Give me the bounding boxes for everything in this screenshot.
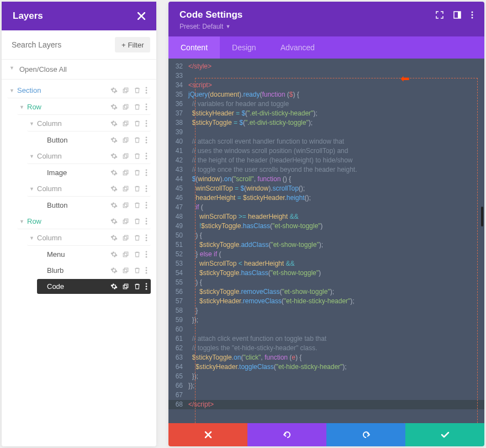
- duplicate-icon[interactable]: [121, 87, 130, 94]
- code-line[interactable]: 57 $stickyHeader.removeClass("et-hide-st…: [168, 297, 484, 306]
- trash-icon[interactable]: [133, 136, 142, 144]
- duplicate-icon[interactable]: [121, 169, 130, 176]
- undo-button[interactable]: [247, 423, 326, 446]
- gear-icon[interactable]: [109, 251, 119, 258]
- trash-icon[interactable]: [133, 202, 142, 209]
- tree-item-column[interactable]: ▼Column: [27, 149, 151, 164]
- duplicate-icon[interactable]: [121, 234, 130, 241]
- gear-icon[interactable]: [109, 202, 119, 209]
- more-icon[interactable]: [144, 251, 149, 258]
- filter-button[interactable]: + Filter: [115, 37, 150, 52]
- gear-icon[interactable]: [109, 120, 119, 127]
- code-line[interactable]: 35jQuery(document).ready(function ($) {: [168, 90, 484, 99]
- code-line[interactable]: 36 // variables for header and toggle: [168, 99, 484, 109]
- gear-icon[interactable]: [109, 136, 119, 144]
- search-input[interactable]: [9, 37, 110, 52]
- gear-icon[interactable]: [109, 185, 119, 192]
- code-line[interactable]: 50 ) {: [168, 231, 484, 240]
- code-line[interactable]: 52 } else if (: [168, 250, 484, 259]
- code-line[interactable]: 55 ) {: [168, 278, 484, 287]
- code-line[interactable]: 68</script>: [168, 400, 484, 409]
- code-line[interactable]: 34<script>: [168, 81, 484, 90]
- trash-icon[interactable]: [133, 185, 142, 192]
- scrollbar-thumb[interactable]: [481, 207, 483, 226]
- close-icon[interactable]: [138, 12, 145, 20]
- more-icon[interactable]: [144, 169, 149, 176]
- tree-item-column[interactable]: ▼Column: [27, 230, 151, 246]
- code-line[interactable]: 64 $stickyHeader.toggleClass("et-hide-st…: [168, 362, 484, 372]
- code-line[interactable]: 40 // attach scroll event handler functi…: [168, 137, 484, 146]
- duplicate-icon[interactable]: [121, 251, 130, 258]
- tree-item-button[interactable]: Button: [37, 198, 151, 213]
- duplicate-icon[interactable]: [121, 267, 130, 274]
- expand-icon[interactable]: [436, 11, 443, 19]
- code-line[interactable]: 45 winScrollTop = $(window).scrollTop();: [168, 184, 484, 193]
- more-icon[interactable]: [144, 218, 149, 225]
- save-button[interactable]: [405, 423, 484, 446]
- code-line[interactable]: 58 }: [168, 306, 484, 315]
- trash-icon[interactable]: [133, 218, 142, 225]
- tree-item-row[interactable]: ▼Row: [17, 99, 151, 115]
- duplicate-icon[interactable]: [121, 152, 130, 160]
- code-line[interactable]: 32</style>: [168, 62, 484, 71]
- more-icon[interactable]: [144, 152, 149, 160]
- tree-item-section[interactable]: ▼Section: [7, 83, 151, 98]
- code-line[interactable]: 67: [168, 391, 484, 400]
- code-line[interactable]: 47 if (: [168, 203, 484, 212]
- duplicate-icon[interactable]: [121, 103, 130, 110]
- code-line[interactable]: 37 $stickyHeader = $(".et-divi-sticky-he…: [168, 109, 484, 118]
- trash-icon[interactable]: [133, 251, 142, 258]
- code-line[interactable]: 66});: [168, 381, 484, 391]
- gear-icon[interactable]: [109, 218, 119, 225]
- trash-icon[interactable]: [133, 267, 142, 274]
- code-line[interactable]: 56 $stickyToggle.removeClass("et-show-to…: [168, 287, 484, 297]
- open-close-all[interactable]: ▼ Open/Close All: [2, 60, 156, 80]
- gear-icon[interactable]: [109, 152, 119, 160]
- code-line[interactable]: 65 });: [168, 372, 484, 381]
- code-line[interactable]: 61 // attach click event function on tog…: [168, 334, 484, 344]
- more-icon[interactable]: [144, 185, 149, 192]
- trash-icon[interactable]: [133, 103, 142, 110]
- trash-icon[interactable]: [133, 283, 142, 290]
- more-icon[interactable]: [144, 136, 149, 144]
- duplicate-icon[interactable]: [121, 120, 130, 127]
- trash-icon[interactable]: [133, 152, 142, 160]
- tree-item-image[interactable]: Image: [37, 165, 151, 180]
- code-line[interactable]: 60: [168, 325, 484, 334]
- code-line[interactable]: 33: [168, 71, 484, 81]
- trash-icon[interactable]: [133, 169, 142, 176]
- code-line[interactable]: 53 winScrollTop < headerHeight &&: [168, 259, 484, 268]
- more-icon[interactable]: [144, 234, 149, 241]
- tree-item-blurb[interactable]: Blurb: [37, 263, 151, 278]
- tab-advanced[interactable]: Advanced: [268, 36, 327, 59]
- code-line[interactable]: 62 // toggles the "et-hide-sticky-header…: [168, 344, 484, 353]
- gear-icon[interactable]: [109, 234, 119, 241]
- more-icon[interactable]: [144, 87, 149, 94]
- code-line[interactable]: 46 headerHeight = $stickyHeader.height()…: [168, 193, 484, 203]
- gear-icon[interactable]: [109, 87, 119, 94]
- tab-content[interactable]: Content: [168, 36, 220, 59]
- code-line[interactable]: 59 });: [168, 315, 484, 325]
- duplicate-icon[interactable]: [121, 218, 130, 225]
- code-line[interactable]: 41 // uses the windows scroll position (…: [168, 146, 484, 156]
- code-line[interactable]: 39: [168, 128, 484, 137]
- tree-item-code[interactable]: Code: [37, 279, 151, 294]
- code-line[interactable]: 51 $stickyToggle.addClass("et-show-toggl…: [168, 240, 484, 250]
- more-icon[interactable]: [144, 267, 149, 274]
- code-editor[interactable]: 32</style>3334<script>35jQuery(document)…: [168, 59, 484, 423]
- tab-design[interactable]: Design: [220, 36, 268, 59]
- trash-icon[interactable]: [133, 120, 142, 127]
- trash-icon[interactable]: [133, 234, 142, 241]
- duplicate-icon[interactable]: [121, 283, 130, 290]
- more-icon[interactable]: [144, 103, 149, 110]
- redo-button[interactable]: [326, 423, 405, 446]
- more-icon[interactable]: [471, 11, 473, 19]
- code-line[interactable]: 63 $stickyToggle.on("click", function (e…: [168, 353, 484, 362]
- code-line[interactable]: 44 $(window).on("scroll", function () {: [168, 175, 484, 184]
- gear-icon[interactable]: [109, 267, 119, 274]
- gear-icon[interactable]: [109, 283, 119, 290]
- cancel-button[interactable]: [168, 423, 247, 446]
- code-line[interactable]: 43 // toggle once the user scrolls beyon…: [168, 165, 484, 175]
- gear-icon[interactable]: [109, 169, 119, 176]
- more-icon[interactable]: [144, 283, 149, 290]
